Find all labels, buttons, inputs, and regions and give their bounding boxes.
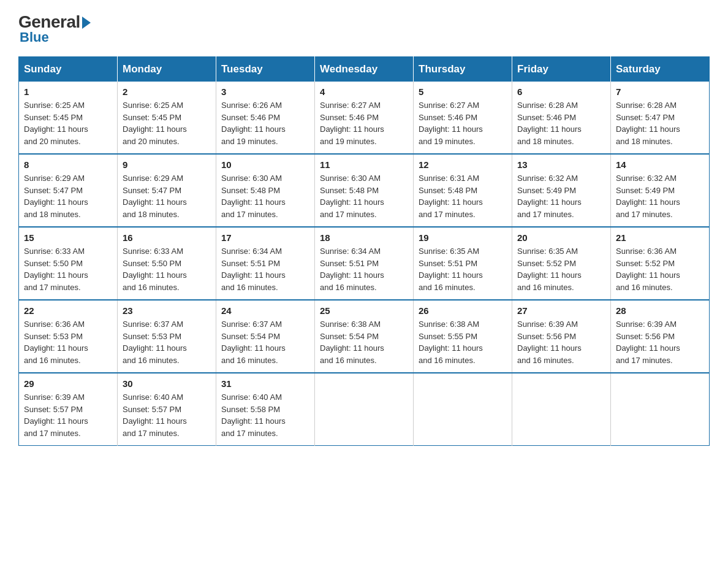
calendar-day-cell: 31Sunrise: 6:40 AMSunset: 5:58 PMDayligh… [216,373,315,446]
day-number: 1 [24,86,112,97]
calendar-day-cell: 6Sunrise: 6:28 AMSunset: 5:46 PMDaylight… [512,82,611,154]
day-of-week-header: Thursday [414,57,512,82]
day-info: Sunrise: 6:33 AMSunset: 5:50 PMDaylight:… [123,245,211,293]
day-number: 10 [221,159,309,170]
calendar-day-cell: 9Sunrise: 6:29 AMSunset: 5:47 PMDaylight… [118,154,216,227]
day-info: Sunrise: 6:37 AMSunset: 5:53 PMDaylight:… [123,318,211,366]
calendar-day-cell [611,373,710,446]
calendar-day-cell: 18Sunrise: 6:34 AMSunset: 5:51 PMDayligh… [315,227,414,300]
day-number: 2 [123,86,211,97]
day-info: Sunrise: 6:35 AMSunset: 5:51 PMDaylight:… [419,245,507,293]
calendar-day-cell: 10Sunrise: 6:30 AMSunset: 5:48 PMDayligh… [216,154,315,227]
day-info: Sunrise: 6:40 AMSunset: 5:57 PMDaylight:… [123,391,211,439]
day-number: 20 [517,232,605,243]
calendar-day-cell: 4Sunrise: 6:27 AMSunset: 5:46 PMDaylight… [315,82,414,154]
day-info: Sunrise: 6:27 AMSunset: 5:46 PMDaylight:… [320,99,408,147]
calendar-day-cell: 17Sunrise: 6:34 AMSunset: 5:51 PMDayligh… [216,227,315,300]
calendar-day-cell: 14Sunrise: 6:32 AMSunset: 5:49 PMDayligh… [611,154,710,227]
day-info: Sunrise: 6:25 AMSunset: 5:45 PMDaylight:… [24,99,112,147]
logo-blue-text: Blue [20,29,49,45]
calendar-day-cell: 24Sunrise: 6:37 AMSunset: 5:54 PMDayligh… [216,300,315,373]
calendar-day-cell: 1Sunrise: 6:25 AMSunset: 5:45 PMDaylight… [19,82,118,154]
calendar-day-cell: 26Sunrise: 6:38 AMSunset: 5:55 PMDayligh… [414,300,512,373]
calendar-week-row: 8Sunrise: 6:29 AMSunset: 5:47 PMDaylight… [19,154,710,227]
day-info: Sunrise: 6:28 AMSunset: 5:46 PMDaylight:… [517,99,605,147]
day-info: Sunrise: 6:30 AMSunset: 5:48 PMDaylight:… [320,172,408,220]
day-number: 17 [221,232,309,243]
calendar-day-cell: 25Sunrise: 6:38 AMSunset: 5:54 PMDayligh… [315,300,414,373]
day-info: Sunrise: 6:36 AMSunset: 5:53 PMDaylight:… [24,318,112,366]
calendar-day-cell: 20Sunrise: 6:35 AMSunset: 5:52 PMDayligh… [512,227,611,300]
calendar-day-cell: 8Sunrise: 6:29 AMSunset: 5:47 PMDaylight… [19,154,118,227]
day-of-week-header: Monday [118,57,216,82]
day-number: 29 [24,378,112,389]
day-number: 22 [24,305,112,316]
day-of-week-header: Saturday [611,57,710,82]
calendar-day-cell: 15Sunrise: 6:33 AMSunset: 5:50 PMDayligh… [19,227,118,300]
day-number: 16 [123,232,211,243]
calendar-week-row: 22Sunrise: 6:36 AMSunset: 5:53 PMDayligh… [19,300,710,373]
day-number: 6 [517,86,605,97]
calendar-table: SundayMondayTuesdayWednesdayThursdayFrid… [18,56,710,446]
calendar-day-cell: 23Sunrise: 6:37 AMSunset: 5:53 PMDayligh… [118,300,216,373]
day-info: Sunrise: 6:37 AMSunset: 5:54 PMDaylight:… [221,318,309,366]
day-number: 7 [616,86,704,97]
calendar-day-cell: 28Sunrise: 6:39 AMSunset: 5:56 PMDayligh… [611,300,710,373]
calendar-week-row: 1Sunrise: 6:25 AMSunset: 5:45 PMDaylight… [19,82,710,154]
calendar-day-cell: 3Sunrise: 6:26 AMSunset: 5:46 PMDaylight… [216,82,315,154]
logo: General Blue [18,12,91,45]
day-number: 27 [517,305,605,316]
day-number: 19 [419,232,507,243]
logo-arrow-icon [82,17,91,29]
day-info: Sunrise: 6:40 AMSunset: 5:58 PMDaylight:… [221,391,309,439]
calendar-day-cell [414,373,512,446]
calendar-day-cell: 12Sunrise: 6:31 AMSunset: 5:48 PMDayligh… [414,154,512,227]
day-info: Sunrise: 6:34 AMSunset: 5:51 PMDaylight:… [221,245,309,293]
day-of-week-header: Tuesday [216,57,315,82]
day-of-week-header: Sunday [19,57,118,82]
day-info: Sunrise: 6:31 AMSunset: 5:48 PMDaylight:… [419,172,507,220]
calendar-day-cell: 27Sunrise: 6:39 AMSunset: 5:56 PMDayligh… [512,300,611,373]
day-info: Sunrise: 6:29 AMSunset: 5:47 PMDaylight:… [24,172,112,220]
day-info: Sunrise: 6:33 AMSunset: 5:50 PMDaylight:… [24,245,112,293]
day-info: Sunrise: 6:26 AMSunset: 5:46 PMDaylight:… [221,99,309,147]
day-number: 18 [320,232,408,243]
day-number: 23 [123,305,211,316]
day-info: Sunrise: 6:29 AMSunset: 5:47 PMDaylight:… [123,172,211,220]
calendar-day-cell: 11Sunrise: 6:30 AMSunset: 5:48 PMDayligh… [315,154,414,227]
day-number: 26 [419,305,507,316]
calendar-day-cell: 7Sunrise: 6:28 AMSunset: 5:47 PMDaylight… [611,82,710,154]
calendar-day-cell [315,373,414,446]
day-info: Sunrise: 6:39 AMSunset: 5:56 PMDaylight:… [616,318,704,366]
calendar-header-row: SundayMondayTuesdayWednesdayThursdayFrid… [19,57,710,82]
day-info: Sunrise: 6:32 AMSunset: 5:49 PMDaylight:… [517,172,605,220]
day-info: Sunrise: 6:30 AMSunset: 5:48 PMDaylight:… [221,172,309,220]
day-number: 13 [517,159,605,170]
page-header: General Blue [18,12,710,45]
day-info: Sunrise: 6:36 AMSunset: 5:52 PMDaylight:… [616,245,704,293]
calendar-week-row: 15Sunrise: 6:33 AMSunset: 5:50 PMDayligh… [19,227,710,300]
day-of-week-header: Wednesday [315,57,414,82]
calendar-day-cell: 22Sunrise: 6:36 AMSunset: 5:53 PMDayligh… [19,300,118,373]
day-info: Sunrise: 6:25 AMSunset: 5:45 PMDaylight:… [123,99,211,147]
day-number: 9 [123,159,211,170]
calendar-day-cell: 30Sunrise: 6:40 AMSunset: 5:57 PMDayligh… [118,373,216,446]
day-info: Sunrise: 6:34 AMSunset: 5:51 PMDaylight:… [320,245,408,293]
calendar-week-row: 29Sunrise: 6:39 AMSunset: 5:57 PMDayligh… [19,373,710,446]
day-info: Sunrise: 6:38 AMSunset: 5:55 PMDaylight:… [419,318,507,366]
calendar-day-cell: 2Sunrise: 6:25 AMSunset: 5:45 PMDaylight… [118,82,216,154]
calendar-day-cell: 16Sunrise: 6:33 AMSunset: 5:50 PMDayligh… [118,227,216,300]
day-number: 8 [24,159,112,170]
day-info: Sunrise: 6:39 AMSunset: 5:56 PMDaylight:… [517,318,605,366]
day-number: 25 [320,305,408,316]
day-number: 31 [221,378,309,389]
day-number: 5 [419,86,507,97]
day-info: Sunrise: 6:27 AMSunset: 5:46 PMDaylight:… [419,99,507,147]
day-number: 24 [221,305,309,316]
day-number: 14 [616,159,704,170]
day-number: 3 [221,86,309,97]
calendar-day-cell [512,373,611,446]
day-number: 28 [616,305,704,316]
day-number: 21 [616,232,704,243]
day-info: Sunrise: 6:35 AMSunset: 5:52 PMDaylight:… [517,245,605,293]
